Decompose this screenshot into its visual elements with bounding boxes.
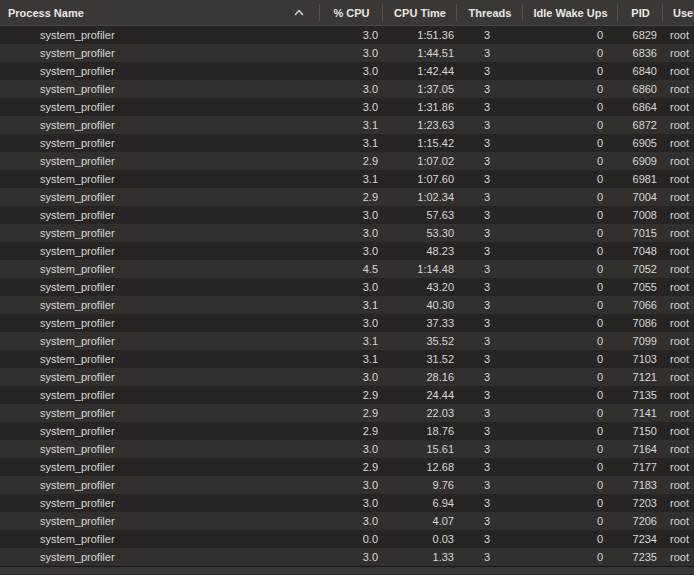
column-header-cpu-time[interactable]: CPU Time [383,0,457,25]
table-row[interactable]: system_profiler 3.0 37.33 3 0 7086 root [0,314,694,332]
table-row[interactable]: system_profiler 3.0 48.23 3 0 7048 root [0,242,694,260]
threads-cell: 3 [457,134,523,152]
threads-cell: 3 [457,404,523,422]
idle-wake-ups-cell: 0 [523,152,618,170]
table-row[interactable]: system_profiler 2.9 12.68 3 0 7177 root [0,458,694,476]
user-cell: root [663,476,694,494]
column-header-pid-label: PID [631,7,649,19]
cpu-time-cell: 1:07.02 [383,152,457,170]
cpu-time-cell: 22.03 [383,404,457,422]
column-header-threads[interactable]: Threads [457,0,523,25]
table-row[interactable]: system_profiler 3.0 6.94 3 0 7203 root [0,494,694,512]
threads-cell: 3 [457,350,523,368]
table-bottom-edge [0,566,694,574]
cpu-time-cell: 1.33 [383,548,457,566]
idle-wake-ups-cell: 0 [523,422,618,440]
table-row[interactable]: system_profiler 3.0 1.33 3 0 7235 root [0,548,694,566]
table-row[interactable]: system_profiler 2.9 1:07.02 3 0 6909 roo… [0,152,694,170]
idle-wake-ups-cell: 0 [523,260,618,278]
column-header-cpu[interactable]: % CPU [320,0,383,25]
cpu-time-cell: 0.03 [383,530,457,548]
table-row[interactable]: system_profiler 3.0 53.30 3 0 7015 root [0,224,694,242]
user-cell: root [663,332,694,350]
column-header-user[interactable]: User [663,0,694,25]
process-name-cell: system_profiler [0,350,320,368]
table-row[interactable]: system_profiler 3.1 35.52 3 0 7099 root [0,332,694,350]
pid-cell: 7048 [618,242,663,260]
table-row[interactable]: system_profiler 3.0 1:44.51 3 0 6836 roo… [0,44,694,62]
cpu-time-cell: 48.23 [383,242,457,260]
table-row[interactable]: system_profiler 3.0 9.76 3 0 7183 root [0,476,694,494]
cpu-time-cell: 1:23.63 [383,116,457,134]
pid-cell: 7103 [618,350,663,368]
column-header-pid[interactable]: PID [618,0,663,25]
idle-wake-ups-cell: 0 [523,206,618,224]
pid-cell: 7008 [618,206,663,224]
table-row[interactable]: system_profiler 3.0 1:42.44 3 0 6840 roo… [0,62,694,80]
table-row[interactable]: system_profiler 0.0 0.03 3 0 7234 root [0,530,694,548]
cpu-time-cell: 24.44 [383,386,457,404]
cpu-time-cell: 1:14.48 [383,260,457,278]
cpu-time-cell: 35.52 [383,332,457,350]
table-row[interactable]: system_profiler 2.9 22.03 3 0 7141 root [0,404,694,422]
process-table-body: system_profiler 3.0 1:51.36 3 0 6829 roo… [0,26,694,566]
threads-cell: 3 [457,476,523,494]
cpu-time-cell: 1:44.51 [383,44,457,62]
table-row[interactable]: system_profiler 3.1 1:07.60 3 0 6981 roo… [0,170,694,188]
table-row[interactable]: system_profiler 3.1 1:23.63 3 0 6872 roo… [0,116,694,134]
user-cell: root [663,494,694,512]
cpu-percent-cell: 3.1 [320,296,383,314]
user-cell: root [663,278,694,296]
table-row[interactable]: system_profiler 3.0 15.61 3 0 7164 root [0,440,694,458]
table-row[interactable]: system_profiler 3.0 1:51.36 3 0 6829 roo… [0,26,694,44]
idle-wake-ups-cell: 0 [523,98,618,116]
column-header-cpu-label: % CPU [333,7,369,19]
user-cell: root [663,152,694,170]
process-name-cell: system_profiler [0,242,320,260]
cpu-percent-cell: 2.9 [320,188,383,206]
column-header-threads-label: Threads [469,7,512,19]
column-header-idle-wake-ups-label: Idle Wake Ups [533,7,607,19]
idle-wake-ups-cell: 0 [523,134,618,152]
idle-wake-ups-cell: 0 [523,62,618,80]
cpu-time-cell: 18.76 [383,422,457,440]
pid-cell: 7177 [618,458,663,476]
table-row[interactable]: system_profiler 4.5 1:14.48 3 0 7052 roo… [0,260,694,278]
cpu-time-cell: 31.52 [383,350,457,368]
user-cell: root [663,26,694,44]
table-row[interactable]: system_profiler 2.9 18.76 3 0 7150 root [0,422,694,440]
table-row[interactable]: system_profiler 3.0 43.20 3 0 7055 root [0,278,694,296]
column-header-idle-wake-ups[interactable]: Idle Wake Ups [523,0,618,25]
table-row[interactable]: system_profiler 3.0 1:31.86 3 0 6864 roo… [0,98,694,116]
table-header-row: Process Name % CPU CPU Time Threads Idle… [0,0,694,26]
table-row[interactable]: system_profiler 3.0 1:37.05 3 0 6860 roo… [0,80,694,98]
table-row[interactable]: system_profiler 3.0 28.16 3 0 7121 root [0,368,694,386]
process-name-cell: system_profiler [0,98,320,116]
table-row[interactable]: system_profiler 3.1 1:15.42 3 0 6905 roo… [0,134,694,152]
table-row[interactable]: system_profiler 2.9 1:02.34 3 0 7004 roo… [0,188,694,206]
process-name-cell: system_profiler [0,332,320,350]
process-name-cell: system_profiler [0,116,320,134]
cpu-percent-cell: 3.0 [320,44,383,62]
table-row[interactable]: system_profiler 3.0 4.07 3 0 7206 root [0,512,694,530]
pid-cell: 7183 [618,476,663,494]
table-row[interactable]: system_profiler 3.1 31.52 3 0 7103 root [0,350,694,368]
table-row[interactable]: system_profiler 2.9 24.44 3 0 7135 root [0,386,694,404]
process-name-cell: system_profiler [0,44,320,62]
pid-cell: 7150 [618,422,663,440]
threads-cell: 3 [457,386,523,404]
pid-cell: 6860 [618,80,663,98]
user-cell: root [663,62,694,80]
pid-cell: 7055 [618,278,663,296]
column-header-process-name[interactable]: Process Name [0,0,320,25]
table-row[interactable]: system_profiler 3.1 40.30 3 0 7066 root [0,296,694,314]
pid-cell: 7004 [618,188,663,206]
user-cell: root [663,134,694,152]
table-row[interactable]: system_profiler 3.0 57.63 3 0 7008 root [0,206,694,224]
process-name-cell: system_profiler [0,512,320,530]
user-cell: root [663,404,694,422]
pid-cell: 7203 [618,494,663,512]
threads-cell: 3 [457,278,523,296]
process-name-cell: system_profiler [0,278,320,296]
pid-cell: 7121 [618,368,663,386]
